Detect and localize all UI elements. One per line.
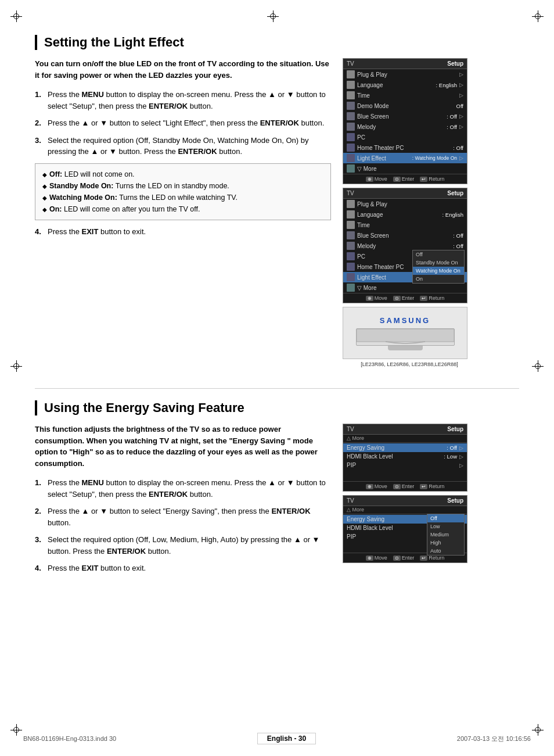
edrop-high: High <box>427 539 464 547</box>
section2-step1: 1. Press the MENU button to display the … <box>35 477 331 500</box>
edrop-low: Low <box>427 522 464 531</box>
section1-step3: 3. Select the required option (Off, Stan… <box>35 135 331 157</box>
tv2-item-bluescreen: Blue Screen : Off <box>343 230 467 241</box>
step3-text: Select the required option (Off, Standby… <box>48 135 331 157</box>
tv-svg <box>357 329 454 345</box>
energy-spacer <box>343 470 467 481</box>
c-icon2 <box>347 112 355 120</box>
section2-step4: 4. Press the EXIT button to exit. <box>35 562 331 574</box>
section1-step1: 1. Press the MENU button to display the … <box>35 89 331 112</box>
speaker-icon <box>347 164 355 173</box>
section2-header: Using the Energy Saving Feature <box>35 400 519 415</box>
tv-item-time: Time ▷ <box>343 90 467 101</box>
energy-tv-header-1: TV Setup <box>343 424 467 435</box>
step1-num: 1. <box>35 89 44 112</box>
step4-num: 4. <box>35 226 44 238</box>
tv2-pc-row: PC Off Standby Mode On Watching Mode On … <box>343 251 467 261</box>
setup-label-1: Setup <box>447 60 463 67</box>
footer-enter: ⊙ Enter <box>393 176 415 182</box>
energy-dropdown: Off Low Medium High Auto <box>427 514 465 556</box>
speaker2-icon <box>347 284 355 292</box>
s2-step2-num: 2. <box>35 506 44 528</box>
tv-footer-1: ⊕ Move ⊙ Enter ↩ Return <box>343 174 467 184</box>
dropdown-off: Off <box>413 250 464 259</box>
plug-icon2 <box>347 81 355 89</box>
section2-title: Using the Energy Saving Feature <box>44 400 519 415</box>
footer-center: English - 30 <box>257 733 316 744</box>
step1-text: Press the MENU button to display the on-… <box>48 89 331 112</box>
c-icon3 <box>347 123 355 131</box>
note4: ◆On: LED will come on after you turn the… <box>42 203 323 215</box>
tv-footer-2: ⊕ Move ⊙ Enter ↩ Return <box>343 293 467 303</box>
tv-item-htpc: Home Theater PC : Off <box>343 142 467 153</box>
tv-header-1: TV Setup <box>343 59 467 69</box>
s2-step3-num: 3. <box>35 534 44 557</box>
tv-body <box>356 328 455 346</box>
step2-num: 2. <box>35 117 44 129</box>
c-icon <box>347 102 355 110</box>
section-light-effect: Setting the Light Effect You can turn on… <box>35 35 519 371</box>
energy-item-hdmi: HDMI Black Level : Low ▷ <box>343 452 467 461</box>
section1-step2: 2. Press the ▲ or ▼ button to select "Li… <box>35 117 331 129</box>
tv-item-melody: Melody : Off ▷ <box>343 121 467 132</box>
tv-item-demo: Demo Mode Off <box>343 101 467 111</box>
tv-ui-1: TV Setup Plug & Play ▷ Language : Englis… <box>343 58 467 184</box>
energy-more: △ More <box>343 435 467 442</box>
footer-return: ↩ Return <box>420 176 444 182</box>
efooter2-enter: ⊙ Enter <box>393 555 415 561</box>
plug-icon <box>347 70 355 78</box>
tv2-item-more: ▽ More <box>343 282 467 293</box>
gear2-icon <box>347 252 355 260</box>
energy-tv-ui-2: TV Setup △ More Energy Saving : Off L <box>343 495 467 563</box>
footer-move: ⊕ Move <box>366 176 387 182</box>
section1-intro: You can turn on/off the blue LED on the … <box>35 58 331 81</box>
edrop-off: Off <box>427 514 464 522</box>
svg-rect-0 <box>357 329 454 342</box>
energy-item-saving: Energy Saving : Off ▷ <box>343 443 467 452</box>
section2-text-col: This function adjusts the brightness of … <box>35 424 331 580</box>
section1-header: Setting the Light Effect <box>35 35 519 50</box>
energy-more2: △ More <box>343 506 467 513</box>
plug-icon3 <box>347 91 355 99</box>
section2-step2: 2. Press the ▲ or ▼ button to select "En… <box>35 506 331 528</box>
step4-text: Press the EXIT button to exit. <box>48 226 331 238</box>
tv-item-lighteffect: Light Effect : Watching Mode On ▷ <box>343 153 467 163</box>
gear-icon2 <box>347 144 355 152</box>
plug2-icon2 <box>347 210 355 218</box>
energy-tv-header-2: TV Setup <box>343 496 467 506</box>
dropdown-watching: Watching Mode On <box>413 267 464 275</box>
section-energy-saving: Using the Energy Saving Feature This fun… <box>35 400 519 580</box>
edrop-medium: Medium <box>427 531 464 539</box>
model-note: [LE23R86, LE26R86, LE23R88,LE26R88] <box>343 361 476 367</box>
step2-text: Press the ▲ or ▼ button to select "Light… <box>48 117 331 129</box>
tv-item-pc: PC <box>343 132 467 142</box>
light-effect-dropdown: Off Standby Mode On Watching Mode On On <box>412 250 465 284</box>
efooter1-enter: ⊙ Enter <box>393 483 415 489</box>
energy-tv-ui-1: TV Setup △ More Energy Saving : Off ▷ HD… <box>343 424 467 492</box>
c2-icon2 <box>347 242 355 250</box>
c2-icon <box>347 231 355 239</box>
tv-ui-2: TV Setup Plug & Play Language : English <box>343 188 467 303</box>
s2-step1-text: Press the MENU button to display the on-… <box>48 477 331 500</box>
step3-num: 3. <box>35 135 44 157</box>
section1-title: Setting the Light Effect <box>44 35 519 50</box>
tv2-item-time: Time <box>343 220 467 230</box>
efooter2-return: ↩ Return <box>420 555 444 561</box>
page-footer: BN68-01169H-Eng-0313.indd 30 English - 3… <box>0 733 554 744</box>
footer2-return: ↩ Return <box>420 295 444 301</box>
gear2-icon2 <box>347 263 355 271</box>
gear-icon3 <box>347 154 355 162</box>
energy-footer-1: ⊕ Move ⊙ Enter ↩ Return <box>343 481 467 491</box>
section1-text-col: You can turn on/off the blue LED on the … <box>35 58 331 371</box>
tv-item-plugplay: Plug & Play ▷ <box>343 69 467 80</box>
section1-notes: ◆Off: LED will not come on. ◆Standby Mod… <box>35 163 331 220</box>
s2-step3-text: Select the required option (Off, Low, Me… <box>48 534 331 557</box>
energy-item-pip: PIP ▷ <box>343 461 467 470</box>
tv-item-language: Language : English ▷ <box>343 80 467 90</box>
energy-saving-row: Energy Saving : Off Low Medium High Auto <box>343 515 467 524</box>
footer2-enter: ⊙ Enter <box>393 295 415 301</box>
edrop-auto: Auto <box>427 547 464 555</box>
tv2-item-plugplay: Plug & Play <box>343 199 467 209</box>
efooter1-return: ↩ Return <box>420 483 444 489</box>
gear2-icon3 <box>347 273 355 281</box>
